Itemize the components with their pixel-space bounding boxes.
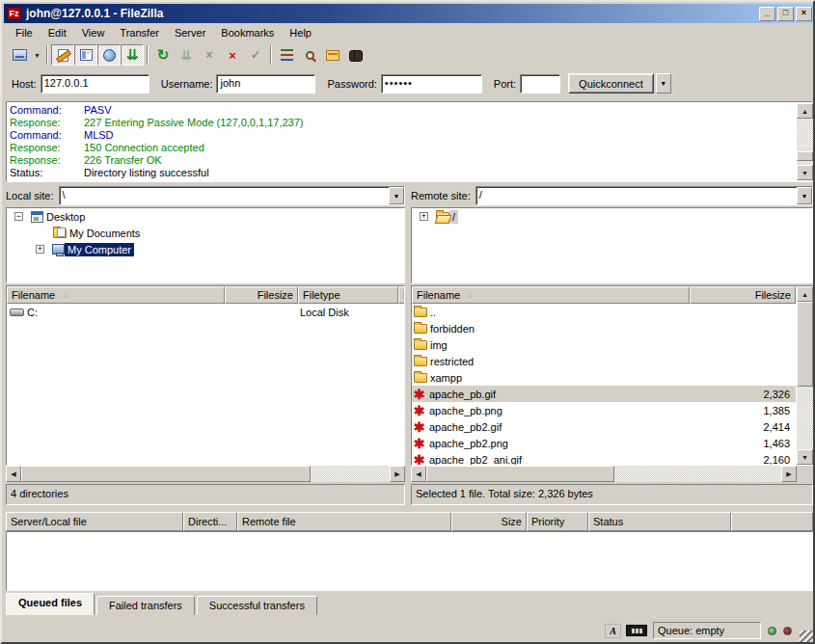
speed-limit-icon[interactable]	[626, 625, 647, 636]
file-row[interactable]: ✱apache_pb.png1,385	[412, 402, 796, 418]
file-row-selected[interactable]: ✱apache_pb.gif2,326	[412, 386, 796, 402]
site-manager-button[interactable]	[8, 44, 31, 66]
scrollbar-track[interactable]	[426, 466, 781, 482]
title-bar[interactable]: Fz john@127.0.0.1 - FileZilla _ □ ×	[4, 4, 815, 23]
quickconnect-dropdown[interactable]: ▼	[656, 73, 671, 94]
username-input[interactable]: john	[216, 74, 315, 94]
menu-file[interactable]: File	[8, 24, 41, 41]
folder-icon	[414, 324, 427, 334]
disconnect-button[interactable]: ×	[221, 44, 244, 66]
close-icon: ×	[801, 9, 806, 17]
reconnect-button[interactable]: ✓	[244, 44, 267, 66]
minimize-button[interactable]: _	[759, 7, 775, 21]
tab-failed-transfers[interactable]: Failed transfers	[96, 596, 195, 615]
local-tree: − Desktop My Documents + My Computer	[6, 207, 405, 283]
process-queue-button[interactable]: ⇊	[175, 44, 198, 66]
toggle-local-tree-button[interactable]	[74, 44, 97, 66]
menu-edit[interactable]: Edit	[41, 24, 74, 41]
menu-bookmarks[interactable]: Bookmarks	[213, 24, 282, 41]
column-size[interactable]: Size	[451, 512, 527, 531]
sync-browsing-button[interactable]	[321, 44, 344, 66]
transfer-type-icon[interactable]: A	[605, 624, 621, 638]
remote-vscrollbar[interactable]: ▲ ▼	[797, 286, 813, 465]
scroll-right-button[interactable]: ▶	[390, 466, 405, 482]
file-row[interactable]: ✱apache_pb2.png1,463	[412, 435, 796, 451]
tree-item-my-computer[interactable]: + My Computer	[7, 241, 404, 257]
port-input[interactable]	[520, 74, 560, 94]
file-row[interactable]: forbidden	[412, 320, 796, 336]
remote-site-combo[interactable]: / ▼	[475, 186, 813, 205]
scrollbar-track[interactable]	[21, 466, 390, 482]
tree-item-desktop[interactable]: − Desktop	[7, 208, 404, 225]
scrollbar-track[interactable]	[797, 119, 813, 165]
close-button[interactable]: ×	[796, 7, 812, 21]
file-row[interactable]: ..	[412, 304, 796, 320]
file-row[interactable]: ✱apache_pb2.gif2,414	[412, 418, 796, 435]
column-server-local-file[interactable]: Server/Local file	[6, 512, 183, 531]
resize-grip[interactable]	[800, 631, 813, 644]
compare-button[interactable]	[298, 44, 321, 66]
reconnect-icon: ✓	[251, 48, 260, 62]
column-filesize[interactable]: Filesize	[690, 286, 796, 304]
expand-icon[interactable]: +	[36, 245, 44, 254]
file-row[interactable]: C: Local Disk	[7, 304, 404, 320]
refresh-button[interactable]: ↻	[151, 44, 175, 66]
local-tree-icon	[80, 49, 93, 61]
local-site-dropdown[interactable]: ▼	[389, 187, 404, 204]
column-status[interactable]: Status	[588, 512, 731, 531]
column-priority[interactable]: Priority	[527, 512, 588, 531]
scrollbar-thumb[interactable]	[426, 466, 614, 482]
local-hscrollbar[interactable]: ◀ ▶	[6, 466, 405, 482]
quickconnect-button[interactable]: Quickconnect	[568, 73, 654, 94]
password-input[interactable]: ••••••	[381, 74, 482, 94]
file-row[interactable]: restricted	[412, 353, 796, 369]
log-scrollbar[interactable]: ▲ ▼	[797, 103, 813, 180]
find-files-button[interactable]	[344, 44, 367, 66]
site-manager-dropdown[interactable]: ▼	[31, 44, 43, 66]
scrollbar-thumb[interactable]	[21, 466, 311, 482]
column-direction[interactable]: Directi...	[183, 512, 237, 531]
maximize-button[interactable]: □	[777, 7, 794, 21]
cancel-button[interactable]: ×	[198, 44, 221, 66]
menu-view[interactable]: View	[74, 24, 113, 41]
scroll-up-button[interactable]: ▲	[797, 103, 813, 119]
column-filename[interactable]: Filename▵	[7, 286, 225, 304]
filter-button[interactable]	[275, 44, 298, 66]
expand-icon[interactable]: +	[420, 212, 428, 221]
scroll-left-button[interactable]: ◀	[411, 466, 426, 482]
file-row[interactable]: ✱apache_pb2_ani.gif2,160	[412, 451, 796, 466]
remote-site-dropdown[interactable]: ▼	[797, 187, 812, 204]
scroll-up-button[interactable]: ▲	[797, 286, 813, 302]
scroll-down-button[interactable]: ▼	[797, 449, 813, 465]
scrollbar-thumb[interactable]	[797, 151, 813, 161]
toggle-queue-button[interactable]: ⇊	[121, 44, 144, 66]
sort-ascending-icon: ▵	[63, 290, 68, 300]
menu-help[interactable]: Help	[282, 24, 319, 41]
column-remote-file[interactable]: Remote file	[237, 512, 451, 531]
scroll-down-button[interactable]: ▼	[797, 165, 813, 180]
local-site-combo[interactable]: \ ▼	[59, 186, 405, 205]
remote-hscrollbar[interactable]: ◀ ▶	[411, 466, 797, 482]
toggle-log-button[interactable]	[51, 44, 74, 66]
filter-icon	[281, 49, 293, 61]
file-row[interactable]: img	[412, 336, 796, 353]
collapse-icon[interactable]: −	[14, 212, 23, 221]
scroll-right-button[interactable]: ▶	[781, 466, 797, 482]
scrollbar-thumb[interactable]	[797, 302, 813, 387]
host-input[interactable]: 127.0.0.1	[41, 74, 149, 94]
scroll-up-icon: ▲	[801, 291, 808, 298]
scroll-left-button[interactable]: ◀	[6, 466, 21, 482]
file-row[interactable]: xampp	[412, 369, 796, 386]
tab-successful-transfers[interactable]: Successful transfers	[197, 596, 317, 615]
column-filesize[interactable]: Filesize	[225, 286, 298, 304]
tree-item-my-documents[interactable]: My Documents	[7, 225, 404, 241]
menu-transfer[interactable]: Transfer	[112, 24, 167, 41]
column-filetype[interactable]: Filetype	[298, 286, 398, 304]
column-filename[interactable]: Filename▵	[412, 286, 690, 304]
scrollbar-track[interactable]	[797, 302, 813, 449]
column-last-modified[interactable]: L	[398, 286, 405, 304]
menu-server[interactable]: Server	[167, 24, 213, 41]
tab-queued-files[interactable]: Queued files	[6, 593, 95, 615]
tree-item-root[interactable]: + /	[412, 208, 812, 225]
toggle-remote-tree-button[interactable]	[97, 44, 121, 66]
